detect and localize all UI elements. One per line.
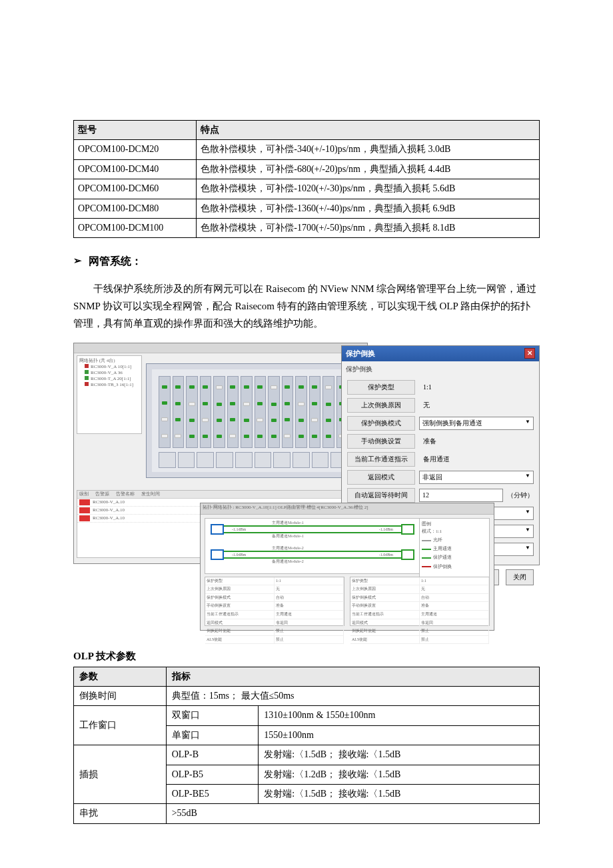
close-button[interactable]: 关闭 [506,569,534,585]
legend-label: 保护通道 [433,554,452,561]
dcm-col-desc: 特点 [197,121,540,140]
chevron-down-icon: ▼ [525,418,530,429]
olp-value: 发射端:〈1.5dB； 接收端:〈1.5dB [259,745,540,765]
chassis-card[interactable] [295,376,307,448]
field-label: 返回模式 [347,470,415,485]
topo-link-label: 备用通道Module-2 [272,559,304,565]
olp-param: 工作窗口 [74,706,167,745]
topo-link [224,525,401,527]
topo-node[interactable] [401,524,414,535]
chassis-card[interactable] [213,376,225,448]
slot[interactable] [255,452,272,468]
olp-subparam: OLP-B [166,745,259,765]
tree-node-label: RC3000-V_A 10[1:1] [91,364,131,369]
revert-mode-select[interactable]: 非返回▼ [419,471,534,484]
olp-subparam: OLP-B5 [166,765,259,784]
legend-swatch [422,540,431,541]
field-value: 备用通道 [419,453,534,466]
field-value: 1:1 [419,381,534,394]
dialog-row-last-reason: 上次倒换原因无 [347,398,534,413]
topo-link-label: 主用通道Module-2 [272,545,304,552]
legend-module: 模式：1:1 [422,528,487,535]
slot[interactable] [235,452,253,468]
dialog-row-current-ch: 当前工作通道指示备用通道 [347,452,534,467]
topo-metric: -1.1dBm [232,527,246,533]
nms-paragraph: 干线保护系统所涉及的所有网元可以在 Raisecom 的 NView NNM 综… [73,280,540,333]
chevron-down-icon: ▼ [525,508,530,519]
tree-root[interactable]: 网络拓扑 (共 4台) [79,358,139,364]
tree-node[interactable]: RC3000-T_A 20[1:1] [79,376,139,382]
field-suffix: （分钟） [507,490,534,501]
slot[interactable] [159,452,176,468]
slot[interactable] [273,452,291,468]
dcm-desc: 色散补偿模块，可补偿-1360(+/-40)ps/nm，典型插入损耗 6.9dB [197,199,540,218]
topo-link-label: 备用通道Module-1 [272,533,304,540]
close-icon[interactable]: ✕ [524,348,535,359]
slot[interactable] [178,452,195,468]
dcm-desc: 色散补偿模块，可补偿-340(+/-10)ps/nm，典型插入损耗 3.0dB [197,140,540,159]
topo-node[interactable] [211,524,224,535]
olp-col-param: 参数 [74,667,167,686]
dialog-title-label: 保护倒换 [346,348,375,360]
chassis-card[interactable] [282,376,294,448]
field-label: 自动返回等待时间 [347,488,415,503]
table-row: 串扰 >55dB [74,804,540,823]
topo-metric: -1.0dBm [379,552,393,559]
dcm-desc: 色散补偿模块，可补偿-1020(+/-30)ps/nm，典型插入损耗 5.6dB [197,179,540,199]
dialog-row-revert-mode: 返回模式非返回▼ [347,470,534,485]
chevron-down-icon: ▼ [525,544,530,555]
dialog-subtitle: 保护倒换 [342,361,539,377]
table-row: 插损 OLP-B 发射端:〈1.5dB； 接收端:〈1.5dB [74,745,540,765]
tree-node[interactable]: RC3000-V_A 10[1:1] [79,364,139,370]
legend-label: 主用通道 [433,545,452,553]
topo-node[interactable] [211,549,224,560]
dialog-row-switch-mode: 保护倒换模式强制倒换到备用通道▼ [347,416,534,431]
chassis-card[interactable] [309,376,321,448]
chassis-card[interactable] [255,376,267,448]
slot[interactable] [312,452,329,468]
field-label: 当前工作通道指示 [347,452,415,467]
table-row: 工作窗口 双窗口 1310±100nm & 1550±100nm [74,706,540,725]
tree-node[interactable]: RC3000-TB_3 16[1:1] [79,382,139,388]
chassis-card[interactable] [200,376,212,448]
chassis-card[interactable] [159,376,171,448]
chassis-card[interactable] [173,376,185,448]
dialog-row-protect-type: 保护类型1:1 [347,380,534,395]
legend-label: 光纤 [433,537,442,544]
dcm-col-model: 型号 [74,121,197,140]
topo-metric: -1.0dBm [232,552,246,559]
slot[interactable] [216,452,233,468]
wait-time-input[interactable]: 12 [419,489,503,502]
olp-value: >55dB [166,804,539,823]
olp-value: 发射端:〈1.5dB； 接收端:〈1.5dB [259,785,540,804]
chassis-card[interactable] [227,376,239,448]
window-tabbar: 拓扑·网络拓扑 : RC3000-V_A.10[1:1] OLP路由管理·槽位 … [201,503,494,515]
dialog-row-manual-set: 手动倒换设置准备 [347,434,534,449]
field-label: 上次倒换原因 [347,398,415,413]
device-tree[interactable]: 网络拓扑 (共 4台) RC3000-V_A 10[1:1] RC3000-V_… [77,355,142,434]
switch-mode-select[interactable]: 强制倒换到备用通道▼ [419,417,534,430]
topo-link [224,551,401,552]
topo-link [224,532,401,533]
nms-section-heading: ➢ 网管系统： [73,253,540,270]
olp-spec-heading: OLP 技术参数 [73,648,540,664]
topo-node[interactable] [401,549,414,560]
olp-value: 1550±100nm [259,725,540,745]
slot-row [159,452,348,468]
chassis-inner [152,369,354,472]
slot[interactable] [197,452,214,468]
olp-value: 1310±100nm & 1550±100nm [259,706,540,725]
chassis-card[interactable] [268,376,280,448]
chevron-down-icon: ▼ [525,472,530,483]
small-config-table-left: 保护类型1:1 上次倒换原因无 保护倒换模式自动 手动倒换设置准备 当前工作通道… [205,577,344,626]
slot[interactable] [293,452,310,468]
chevron-down-icon: ▼ [525,526,530,537]
chassis-card[interactable] [322,376,334,448]
chassis-card[interactable] [186,376,198,448]
field-label: 手动倒换设置 [347,434,415,449]
field-value: 无 [419,399,534,412]
dcm-model: OPCOM100-DCM60 [74,179,197,199]
dcm-table: 型号 特点 OPCOM100-DCM20色散补偿模块，可补偿-340(+/-10… [73,120,540,238]
tree-node[interactable]: RC3000-V_A 36 [79,370,139,376]
chassis-card[interactable] [241,376,253,448]
